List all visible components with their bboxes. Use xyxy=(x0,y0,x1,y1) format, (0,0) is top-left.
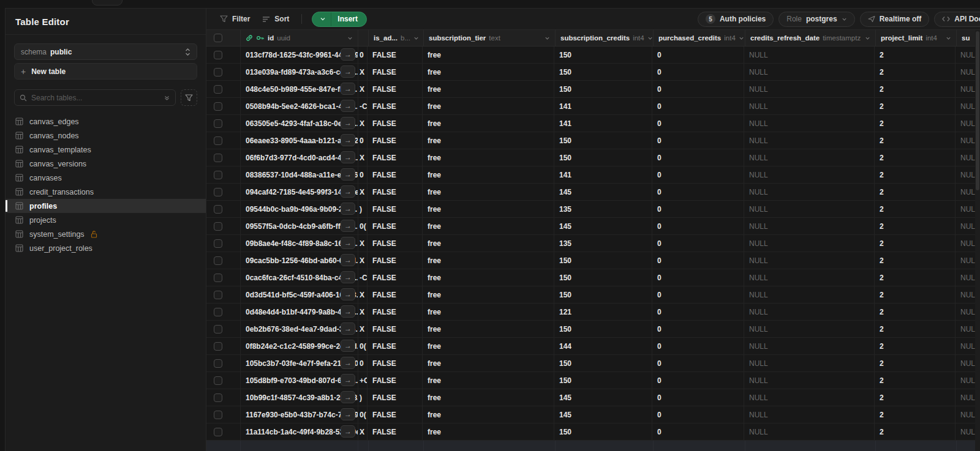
cell-project-limit[interactable]: 2 xyxy=(875,355,956,371)
cell-purchased-credits[interactable]: 0 xyxy=(652,47,744,63)
cell-purchased-credits[interactable]: 0 xyxy=(652,338,744,354)
row-checkbox[interactable] xyxy=(214,171,222,179)
cell-id[interactable]: 013cf78d-1625-43fc-9961-442189...→ xyxy=(241,47,358,63)
cell-clipped[interactable]: 0( xyxy=(358,338,368,354)
cell-purchased-credits[interactable]: 0 xyxy=(652,98,744,114)
cell-is-admin[interactable]: FALSE xyxy=(368,304,423,320)
cell-is-admin[interactable]: FALSE xyxy=(368,321,423,337)
expand-row-button[interactable]: → xyxy=(341,254,355,266)
expand-row-button[interactable]: → xyxy=(341,408,355,420)
cell-subscription-tier[interactable]: free xyxy=(423,98,554,114)
sidebar-item-profiles[interactable]: profiles xyxy=(6,199,206,213)
cell-subscription-credits[interactable]: 135 xyxy=(554,201,652,217)
cell-credits-refresh-date[interactable]: NULL xyxy=(744,355,875,371)
row-checkbox[interactable] xyxy=(214,85,222,94)
cell-purchased-credits[interactable]: 0 xyxy=(652,321,744,337)
cell-purchased-credits[interactable]: 0 xyxy=(652,115,744,132)
cell-purchased-credits[interactable]: 0 xyxy=(652,252,744,269)
cell-clipped[interactable]: X xyxy=(358,235,368,252)
cell-credits-refresh-date[interactable]: NULL xyxy=(744,115,875,132)
cell-project-limit[interactable]: 2 xyxy=(875,389,956,406)
cell-subscription-tier[interactable]: free xyxy=(423,269,554,286)
cell-project-limit[interactable]: 2 xyxy=(875,286,956,303)
cell-project-limit[interactable]: 2 xyxy=(875,166,956,183)
cell-subscription-tier[interactable]: free xyxy=(423,166,554,183)
expand-row-button[interactable]: → xyxy=(341,288,355,300)
sidebar-item-canvas_templates[interactable]: canvas_templates xyxy=(6,143,206,157)
cell-credits-refresh-date[interactable]: NULL xyxy=(744,269,875,286)
cell-is-admin[interactable]: FALSE xyxy=(368,372,423,389)
expand-row-button[interactable]: → xyxy=(341,117,355,129)
cell-clipped[interactable]: X xyxy=(358,304,368,320)
column-header-is_ad...[interactable]: is_ad...b... xyxy=(369,30,424,46)
sidebar-item-canvas_edges[interactable]: canvas_edges xyxy=(6,114,206,129)
search-tables-input[interactable]: Search tables... xyxy=(14,89,176,106)
cell-clipped[interactable]: X xyxy=(358,184,368,200)
cell-purchased-credits[interactable]: 0 xyxy=(652,286,744,303)
row-checkbox[interactable] xyxy=(214,102,222,111)
cell-credits-refresh-date[interactable]: NULL xyxy=(744,132,875,149)
schema-select[interactable]: schema public xyxy=(14,43,197,60)
cell-subscription-credits[interactable]: 145 xyxy=(554,184,652,200)
cell-is-admin[interactable]: FALSE xyxy=(368,218,423,234)
cell-clipped[interactable]: 0 xyxy=(358,166,368,183)
cell-purchased-credits[interactable]: 0 xyxy=(652,201,744,217)
cell-project-limit[interactable]: 2 xyxy=(875,235,956,252)
column-header-subscription_tier[interactable]: subscription_tiertext xyxy=(424,30,556,46)
sidebar-item-system_settings[interactable]: system_settings xyxy=(6,227,206,241)
cell-clipped[interactable]: X xyxy=(358,64,368,80)
cell-id[interactable]: 0d3d541d-bf5c-459f-a406-16b93...→ xyxy=(241,286,358,303)
row-checkbox[interactable] xyxy=(214,188,222,196)
chevron-down-icon[interactable] xyxy=(312,12,331,26)
cell-is-admin[interactable]: FALSE xyxy=(368,166,423,183)
cell-clipped[interactable]: X xyxy=(358,81,368,97)
cell-id[interactable]: 048c4e50-b989-455e-847e-fb2f...→ xyxy=(241,81,358,97)
row-checkbox[interactable] xyxy=(214,154,222,162)
auth-policies-button[interactable]: 5 Auth policies xyxy=(698,12,774,27)
cell-project-limit[interactable]: 2 xyxy=(875,321,956,337)
cell-credits-refresh-date[interactable]: NULL xyxy=(744,389,875,406)
cell-project-limit[interactable]: 2 xyxy=(875,115,956,132)
cell-credits-refresh-date[interactable]: NULL xyxy=(744,321,875,337)
chevron-down-icon[interactable] xyxy=(865,35,870,41)
cell-id[interactable]: 08386537-10d4-488a-a11e-eb5a6...→ xyxy=(241,166,358,183)
cell-project-limit[interactable]: 2 xyxy=(875,81,956,97)
row-checkbox[interactable] xyxy=(214,325,222,334)
cell-is-admin[interactable]: FALSE xyxy=(368,149,423,166)
chevron-down-icon[interactable] xyxy=(347,35,353,41)
row-checkbox[interactable] xyxy=(214,68,222,76)
cell-subscription-credits[interactable]: 150 xyxy=(554,423,652,440)
cell-project-limit[interactable]: 2 xyxy=(875,406,956,423)
cell-id[interactable]: 0cac6fca-26cf-4510-84ba-c4580...→ xyxy=(241,269,358,286)
expand-row-button[interactable]: → xyxy=(341,357,355,369)
cell-project-limit[interactable]: 2 xyxy=(875,184,956,200)
cell-subscription-credits[interactable]: 135 xyxy=(554,235,652,252)
chevron-down-icon[interactable] xyxy=(413,35,419,41)
cell-is-admin[interactable]: FALSE xyxy=(368,47,423,63)
column-header-hidden[interactable] xyxy=(358,30,369,46)
row-checkbox[interactable] xyxy=(214,274,222,282)
cell-credits-refresh-date[interactable]: NULL xyxy=(744,98,875,114)
cell-id[interactable]: 1167e930-e5b0-43b7-b74c-788c9...→ xyxy=(241,406,358,423)
cell-id[interactable]: 0d48e4d4-b1bf-4479-9a8b-4a4b...→ xyxy=(241,304,358,320)
cell-subscription-tier[interactable]: free xyxy=(423,423,554,440)
cell-subscription-credits[interactable]: 144 xyxy=(554,338,652,354)
cell-id[interactable]: 0f8b24e2-c1c2-4589-99ce-2c52d...→ xyxy=(241,338,358,354)
cell-clipped[interactable]: 0 xyxy=(358,132,368,149)
cell-purchased-credits[interactable]: 0 xyxy=(652,149,744,166)
cell-subscription-credits[interactable]: 150 xyxy=(554,47,652,63)
cell-project-limit[interactable]: 2 xyxy=(875,218,956,234)
cell-subscription-credits[interactable]: 145 xyxy=(554,389,652,406)
cell-id[interactable]: 06f6b7d3-977d-4cd0-acd4-4a78...→ xyxy=(241,149,358,166)
expand-row-button[interactable]: → xyxy=(341,391,355,403)
cell-subscription-tier[interactable]: free xyxy=(423,321,554,337)
cell-project-limit[interactable]: 2 xyxy=(875,98,956,114)
cell-clipped[interactable]: 0( xyxy=(358,406,368,423)
expand-row-button[interactable]: → xyxy=(341,220,355,232)
cell-clipped[interactable]: X xyxy=(358,149,368,166)
cell-clipped[interactable]: 0 xyxy=(358,355,368,371)
cell-clipped[interactable]: ) xyxy=(358,201,368,217)
cell-clipped[interactable]: -C xyxy=(358,98,368,114)
cell-purchased-credits[interactable]: 0 xyxy=(652,132,744,149)
chevron-down-icon[interactable] xyxy=(545,35,550,41)
